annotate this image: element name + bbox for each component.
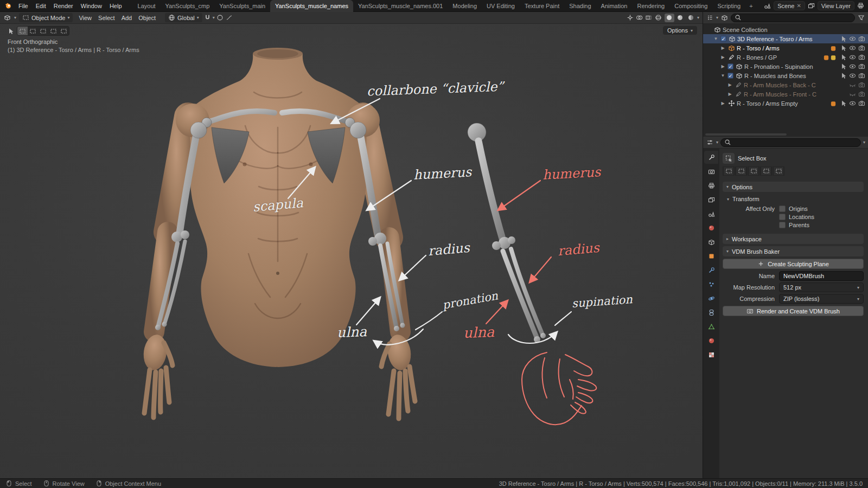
scene-browse-icon[interactable] [763, 2, 771, 10]
select-mode-set-button[interactable] [17, 27, 28, 35]
properties-search-input[interactable] [733, 139, 857, 146]
properties-searchbox[interactable] [720, 138, 861, 147]
expander-icon[interactable]: ▶ [727, 82, 733, 87]
properties-tab-particles[interactable] [704, 278, 718, 291]
pointer-icon[interactable] [839, 100, 847, 107]
expander-icon[interactable]: ▼ [720, 73, 726, 78]
falloff-icon[interactable] [225, 14, 233, 22]
expander-icon[interactable]: ▶ [720, 55, 726, 60]
expander-icon[interactable]: ▶ [720, 46, 726, 50]
workspace-tab-yansculpts-muscle-names-001[interactable]: YanSculpts_muscle_names.001 [353, 0, 448, 12]
select-preset-3[interactable] [748, 166, 760, 176]
pointer-icon[interactable] [839, 54, 847, 61]
camera-icon[interactable] [858, 63, 866, 70]
workspace-tab-yansculpts-cmp[interactable]: YanSculpts_cmp [161, 0, 215, 12]
select-mode-subtract-button[interactable] [38, 27, 48, 35]
shading-material-button[interactable] [675, 14, 685, 22]
workspace-tab-modeling[interactable]: Modeling [448, 0, 482, 12]
eye-icon[interactable] [848, 100, 857, 107]
pointer-icon[interactable] [839, 72, 847, 79]
properties-tab-render[interactable] [704, 165, 718, 178]
collection-checkbox[interactable]: ✓ [720, 36, 726, 42]
outliner-row-r-torso-arms[interactable]: ▶R - Torso / Arms [703, 43, 868, 53]
workspace-tab-yansculpts-main[interactable]: YanSculpts_main [214, 0, 270, 12]
select-preset-1[interactable] [723, 166, 735, 176]
workspace-tab-rendering[interactable]: Rendering [632, 0, 669, 12]
select-preset-5[interactable] [773, 166, 784, 176]
pointer-icon[interactable] [839, 44, 847, 52]
workspace-tab-texture-paint[interactable]: Texture Paint [520, 0, 564, 12]
select-preset-4[interactable] [760, 166, 772, 176]
select-mode-extend-button[interactable] [28, 27, 38, 35]
topbar-menu-help[interactable]: Help [106, 2, 126, 10]
transform-section-header[interactable]: ▾Transform [722, 193, 865, 204]
vdm-section-header[interactable]: ▾VDM Brush Baker [723, 246, 864, 256]
blender-logo-icon[interactable] [3, 1, 13, 11]
properties-tab-scene[interactable] [704, 207, 718, 220]
workspace-tab-scripting[interactable]: Scripting [712, 0, 745, 12]
outliner-row-r-arm-muscles-back-c[interactable]: ▶R - Arm Muscles - Back - C [703, 80, 868, 89]
outliner-row-r-arm-muscles-front-c[interactable]: ▶R - Arm Muscles - Front - C [703, 89, 868, 99]
eye-icon[interactable] [848, 72, 857, 79]
options-button[interactable]: Options ▾ [663, 26, 697, 35]
eye-icon[interactable] [848, 44, 857, 52]
workspace-tab-compositing[interactable]: Compositing [669, 0, 712, 12]
outliner-display-mode-icon[interactable] [720, 14, 729, 22]
vdm-compression-select[interactable]: ZIP (lossless)▾ [779, 294, 864, 304]
collection-checkbox[interactable]: ✓ [727, 63, 733, 69]
topbar-menu-render[interactable]: Render [50, 2, 77, 10]
snap-magnet-icon[interactable] [203, 14, 212, 22]
properties-tab-modifiers[interactable] [704, 264, 718, 277]
expander-icon[interactable]: ▼ [713, 36, 719, 41]
camera-icon[interactable] [858, 35, 866, 42]
scene-unlink-icon[interactable]: ✕ [796, 3, 801, 9]
eye-icon[interactable] [848, 63, 857, 70]
active-tool-row[interactable]: Select Box [722, 151, 865, 166]
xray-toggle-icon[interactable] [644, 14, 653, 22]
workspace-tab-shading[interactable]: Shading [564, 0, 596, 12]
select-preset-2[interactable] [735, 166, 747, 176]
view-layer-add-icon[interactable] [857, 2, 865, 10]
outliner-row-r-muscles-and-bones[interactable]: ▼✓R - Muscles and Bones [703, 71, 868, 80]
camera-icon[interactable] [858, 44, 866, 52]
select-mode-intersect-button[interactable] [59, 27, 69, 35]
add-workspace-button[interactable]: + [745, 0, 756, 12]
properties-tab-texture[interactable] [704, 348, 718, 361]
active-tool-cursor-icon[interactable] [7, 27, 15, 35]
viewport-menu-select[interactable]: Select [95, 14, 118, 22]
shading-chevron-icon[interactable]: ▾ [697, 15, 699, 20]
properties-tab-view-layer[interactable] [704, 193, 718, 206]
camera-icon[interactable] [858, 54, 866, 61]
select-box-tool-icon[interactable] [723, 153, 735, 164]
expander-icon[interactable]: ▶ [727, 92, 733, 97]
shading-wireframe-button[interactable] [654, 14, 663, 22]
overlays-icon[interactable] [635, 14, 643, 22]
workspace-tab-animation[interactable]: Animation [596, 0, 633, 12]
scene-selector[interactable]: Scene ✕ [774, 1, 805, 10]
viewport-canvas[interactable]: collarbone “clavicle”scapulahumerusradiu… [0, 24, 703, 478]
parents-checkbox[interactable] [779, 222, 786, 228]
outliner-hscrollbar[interactable] [705, 133, 787, 136]
properties-tab-collection[interactable] [704, 235, 718, 248]
camera-icon[interactable] [858, 100, 866, 107]
vdm-name-input[interactable]: NewVDMBrush [779, 271, 864, 281]
outliner-filter-icon[interactable] [857, 14, 865, 22]
outliner-row-scene-collection[interactable]: Scene Collection [703, 25, 868, 34]
origins-checkbox[interactable] [779, 206, 786, 212]
camera-icon[interactable] [858, 91, 866, 98]
properties-tab-world[interactable] [704, 221, 718, 234]
properties-tab-tool[interactable] [704, 151, 718, 164]
viewport-menu-add[interactable]: Add [118, 14, 136, 22]
outliner-editor-icon[interactable] [706, 14, 714, 22]
properties-tab-constraints[interactable] [704, 306, 718, 319]
view-layer-browse-icon[interactable] [807, 2, 815, 10]
workspace-section-header[interactable]: ▸Workspace [723, 234, 864, 244]
render-vdm-brush-button[interactable]: Render and Create VDM Brush [723, 306, 864, 316]
create-sculpting-plane-button[interactable]: Create Sculpting Plane [723, 259, 864, 269]
transform-orientation-dropdown[interactable]: Global ▾ [165, 13, 202, 22]
outliner-row-r-bones-gp[interactable]: ▶R - Bones / GP [703, 53, 868, 62]
properties-tab-data[interactable] [704, 320, 718, 333]
shading-rendered-button[interactable] [686, 14, 696, 22]
outliner-row-3d-reference-tosro-arms[interactable]: ▼✓3D Reference - Tosro / Arms [703, 34, 868, 43]
viewport-menu-view[interactable]: View [75, 14, 95, 22]
